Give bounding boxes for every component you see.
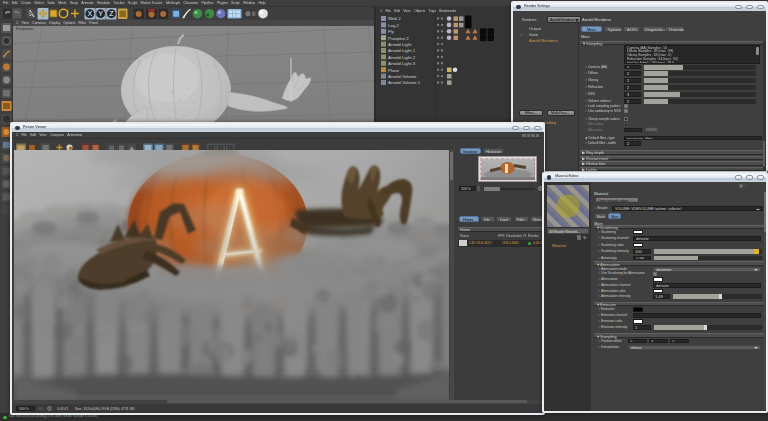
svg-text:Y: Y (98, 10, 103, 17)
svg-text:Web 2: Web 2 (388, 16, 401, 21)
svg-text:Fly: Fly (388, 29, 395, 34)
svg-text:Leg 2: Leg 2 (388, 23, 400, 28)
svg-text:Arnold Light.3: Arnold Light.3 (388, 61, 416, 66)
svg-text:Pumpkin 2: Pumpkin 2 (388, 36, 409, 41)
svg-text:X: X (87, 10, 92, 17)
svg-text:Arnold Light: Arnold Light (388, 42, 412, 47)
svg-text:Arnold Volume: Arnold Volume (388, 74, 417, 79)
svg-text:Z: Z (109, 10, 114, 17)
svg-text:Arnold Volume.1: Arnold Volume.1 (388, 80, 421, 85)
svg-text:Arnold Light.2: Arnold Light.2 (388, 55, 416, 60)
svg-text:Plane: Plane (388, 68, 400, 73)
svg-text:Arnold Light.1: Arnold Light.1 (388, 48, 416, 53)
